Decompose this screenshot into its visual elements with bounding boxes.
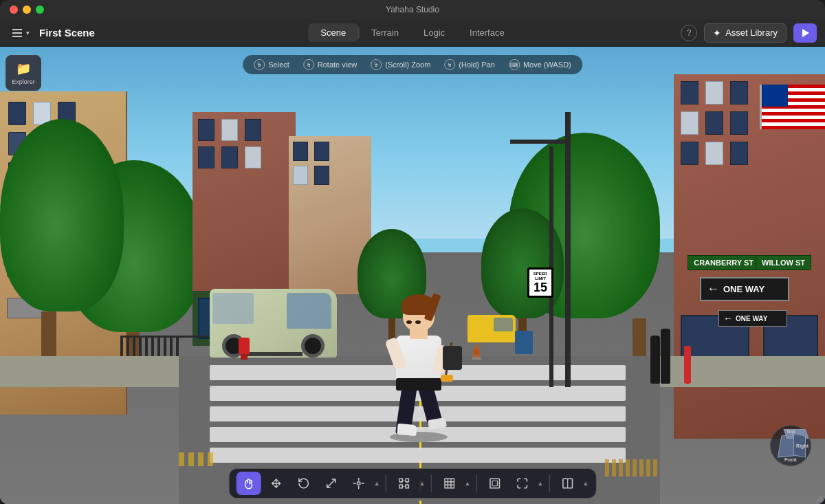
view-gizmo[interactable]: Front Right Top (770, 425, 811, 466)
svg-rect-1 (490, 479, 500, 488)
pole-right (565, 112, 571, 387)
bollard-2 (650, 336, 660, 384)
hint-rotate-label: Rotate view (318, 61, 357, 69)
frame-button[interactable] (482, 472, 507, 495)
hint-rotate: 🖱 Rotate view (303, 59, 357, 70)
tab-logic[interactable]: Logic (411, 23, 457, 42)
sidewalk-right (646, 356, 825, 387)
leaves-left (179, 452, 213, 466)
snap-button[interactable] (392, 472, 417, 495)
tab-terrain[interactable]: Terrain (359, 23, 411, 42)
grid-up-arrow: ▲ (465, 480, 471, 487)
rotate-icon: 🖱 (303, 59, 314, 70)
viewport[interactable]: CRANBERRY ST WILLOW ST ← ONE WAY ← ONE W… (0, 47, 825, 504)
cranberry-sign: CRANBERRY ST (688, 255, 760, 270)
snap-up-arrow: ▲ (419, 480, 426, 487)
explorer-icon: 📁 (16, 61, 31, 76)
hint-wasd: ⌨ Move (WASD) (509, 59, 571, 70)
explorer-label: Explorer (12, 78, 35, 85)
nav-tabs: Scene Terrain Logic Interface (308, 23, 516, 42)
asset-library-label: Asset Library (725, 28, 778, 38)
snap-icon (398, 477, 410, 490)
traffic-lights (10, 6, 44, 14)
leaves-right (605, 459, 660, 476)
maximize-button[interactable] (36, 6, 44, 14)
asset-library-button[interactable]: ✦ Asset Library (704, 23, 786, 43)
chevron-down-icon: ▾ (26, 30, 30, 36)
explorer-panel[interactable]: 📁 Explorer (6, 55, 41, 91)
rotate-icon (298, 477, 310, 490)
resize-handle[interactable] (813, 492, 825, 504)
hint-pan: 🖱 (Hold) Pan (444, 59, 495, 70)
wasd-icon: ⌨ (509, 59, 520, 70)
resize-icon (815, 494, 824, 503)
hint-wasd-label: Move (WASD) (523, 61, 571, 69)
main-viewport-area: CRANBERRY ST WILLOW ST ← ONE WAY ← ONE W… (0, 47, 825, 504)
hand-tool-button[interactable] (236, 472, 261, 495)
grid-icon (443, 477, 456, 490)
app-title: Yahaha Studio (386, 5, 439, 14)
hint-pan-label: (Hold) Pan (459, 61, 495, 69)
rotate-button[interactable] (292, 472, 316, 495)
tab-scene[interactable]: Scene (308, 23, 358, 42)
one-way-sign: ← ONE WAY (700, 277, 789, 301)
minimize-button[interactable] (23, 6, 31, 14)
toolbar-separator-1 (386, 475, 386, 492)
taxi (468, 315, 516, 342)
translate-button[interactable] (264, 472, 289, 495)
toolbar-separator-4 (549, 475, 549, 492)
select-icon: 🖱 (254, 59, 265, 70)
hint-zoom: 🖱 (Scroll) Zoom (371, 59, 430, 70)
title-bar: Yahaha Studio (0, 0, 825, 19)
frame-icon (488, 477, 500, 490)
fullscreen-icon (516, 477, 528, 490)
gizmo-top-label: Top (786, 429, 795, 434)
bottom-toolbar: ▲ ▲ ▲ (229, 468, 597, 498)
columns-button[interactable] (555, 472, 580, 495)
trash-bin (515, 331, 533, 354)
hand-icon (243, 477, 255, 490)
us-flag (760, 85, 825, 129)
gizmo-front-label: Front (784, 457, 797, 462)
scale-button[interactable] (319, 472, 344, 495)
zoom-icon: 🖱 (371, 59, 382, 70)
hint-zoom-label: (Scroll) Zoom (385, 61, 430, 69)
van (210, 289, 337, 368)
svg-point-0 (357, 482, 360, 485)
close-button[interactable] (10, 6, 18, 14)
transform-icon (353, 477, 365, 490)
main-toolbar: ▾ First Scene Scene Terrain Logic Interf… (0, 19, 825, 47)
svg-rect-2 (492, 481, 498, 486)
gizmo-right-label: Right (796, 443, 808, 448)
hint-select: 🖱 Select (254, 59, 289, 70)
pan-icon: 🖱 (444, 59, 455, 70)
hint-select-label: Select (268, 61, 289, 69)
play-button[interactable] (793, 23, 817, 43)
toolbar-separator-2 (431, 475, 432, 492)
sidewalk-left (0, 356, 186, 387)
scene-title: First Scene (39, 27, 95, 39)
tab-interface[interactable]: Interface (457, 23, 517, 42)
one-way-sign-2: ← ONE WAY (718, 310, 787, 327)
gizmo-inner: Front Right Top (774, 429, 807, 462)
willow-sign: WILLOW ST (756, 255, 811, 270)
viewport-hints: 🖱 Select 🖱 Rotate view 🖱 (Scroll) Zoom 🖱… (243, 55, 582, 74)
speed-limit-sign: SPEED LIMIT 15 (527, 267, 553, 298)
toolbar-right: ? ✦ Asset Library (681, 23, 817, 43)
menu-button[interactable]: ▾ (8, 26, 34, 40)
asset-library-icon: ✦ (713, 28, 721, 39)
grid-button[interactable] (437, 472, 462, 495)
toolbar-separator-3 (476, 475, 476, 492)
translate-icon (270, 477, 283, 490)
columns-up-arrow: ▲ (582, 480, 588, 487)
tree-left-2 (28, 119, 124, 380)
bollard-red (684, 346, 691, 384)
fullscreen-up-arrow: ▲ (537, 480, 543, 487)
scale-icon (325, 477, 338, 490)
fullscreen-button[interactable] (509, 472, 534, 495)
character (388, 305, 450, 435)
bollard-1 (661, 329, 670, 384)
transform-up-arrow: ▲ (374, 480, 380, 487)
transform-button[interactable] (346, 472, 371, 495)
help-button[interactable]: ? (681, 25, 697, 41)
